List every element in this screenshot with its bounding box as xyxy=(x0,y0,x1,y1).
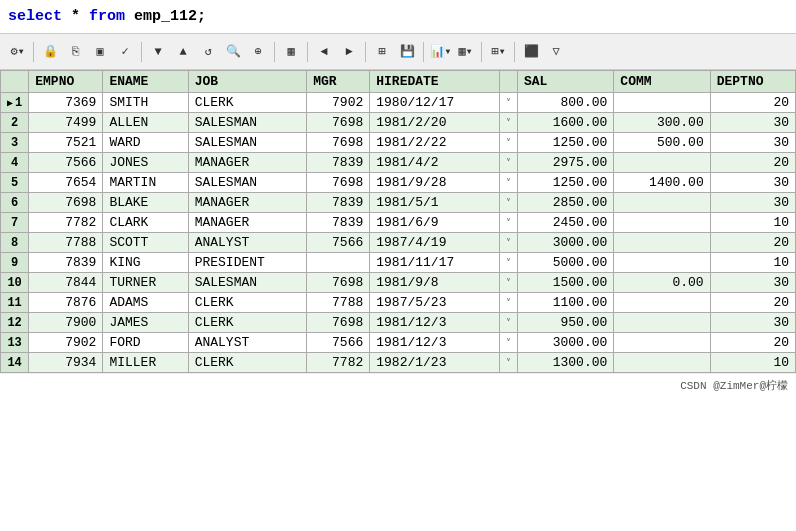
lock-button[interactable]: 🔒 xyxy=(39,41,61,63)
comm-cell: 500.00 xyxy=(614,133,710,153)
table-row[interactable]: 77782CLARKMANAGER78391981/6/9˅2450.0010 xyxy=(1,213,796,233)
ename-cell: WARD xyxy=(103,133,188,153)
deptno-cell: 20 xyxy=(710,293,795,313)
save-button[interactable]: 💾 xyxy=(396,41,418,63)
hiredate-arrow-cell[interactable]: ˅ xyxy=(499,313,517,333)
table-row[interactable]: 47566JONESMANAGER78391981/4/2˅2975.0020 xyxy=(1,153,796,173)
hiredate-arrow-cell[interactable]: ˅ xyxy=(499,333,517,353)
refresh-button[interactable]: ↺ xyxy=(197,41,219,63)
hiredate-arrow-cell[interactable]: ˅ xyxy=(499,93,517,113)
layout-button[interactable]: ⊞ xyxy=(371,41,393,63)
select-button[interactable]: ▣ xyxy=(89,41,111,63)
row-number-cell: 10 xyxy=(1,273,29,293)
deptno-cell: 10 xyxy=(710,353,795,373)
table-row[interactable]: 97839KINGPRESIDENT1981/11/17˅5000.0010 xyxy=(1,253,796,273)
dropdown-arrow-icon: ▼ xyxy=(19,47,24,56)
job-cell: CLERK xyxy=(188,313,307,333)
copy-icon: ⎘ xyxy=(72,45,79,59)
table-row[interactable]: 87788SCOTTANALYST75661987/4/19˅3000.0020 xyxy=(1,233,796,253)
hiredate-cell: 1981/5/1 xyxy=(370,193,500,213)
copy-button[interactable]: ⎘ xyxy=(64,41,86,63)
table-row[interactable]: 17369SMITHCLERK79021980/12/17˅800.0020 xyxy=(1,93,796,113)
hiredate-arrow-cell[interactable]: ˅ xyxy=(499,253,517,273)
table-row[interactable]: 127900JAMESCLERK76981981/12/3˅950.0030 xyxy=(1,313,796,333)
sal-cell: 1250.00 xyxy=(517,173,613,193)
hiredate-arrow-cell[interactable]: ˅ xyxy=(499,233,517,253)
nav-right-button[interactable]: ► xyxy=(338,41,360,63)
job-cell: ANALYST xyxy=(188,233,307,253)
hiredate-arrow-cell[interactable]: ˅ xyxy=(499,193,517,213)
col-header-comm[interactable]: COMM xyxy=(614,71,710,93)
data-table-container: EMPNO ENAME JOB MGR HIREDATE SAL COMM DE… xyxy=(0,70,796,373)
table-row[interactable]: 107844TURNERSALESMAN76981981/9/8˅1500.00… xyxy=(1,273,796,293)
ename-cell: SMITH xyxy=(103,93,188,113)
star-text: * xyxy=(71,8,89,25)
watermark: CSDN @ZimMer@柠檬 xyxy=(0,373,796,397)
empno-cell: 7654 xyxy=(29,173,103,193)
job-cell: CLERK xyxy=(188,93,307,113)
deptno-cell: 10 xyxy=(710,213,795,233)
ename-cell: BLAKE xyxy=(103,193,188,213)
nav-left-button[interactable]: ◄ xyxy=(313,41,335,63)
deptno-cell: 20 xyxy=(710,153,795,173)
grid-dropdown[interactable]: ⊞ ▼ xyxy=(487,41,509,63)
grid-dropdown-arrow-icon: ▼ xyxy=(500,47,505,56)
separator-4 xyxy=(307,42,308,62)
col-header-empno[interactable]: EMPNO xyxy=(29,71,103,93)
empno-cell: 7499 xyxy=(29,113,103,133)
query-bar: select * from emp_112; xyxy=(0,0,796,34)
row-number-cell: 14 xyxy=(1,353,29,373)
col-header-mgr[interactable]: MGR xyxy=(307,71,370,93)
filter-button[interactable]: ▽ xyxy=(545,41,567,63)
table-row[interactable]: 27499ALLENSALESMAN76981981/2/20˅1600.003… xyxy=(1,113,796,133)
hiredate-arrow-cell[interactable]: ˅ xyxy=(499,173,517,193)
mgr-cell: 7698 xyxy=(307,173,370,193)
hiredate-arrow-cell[interactable]: ˅ xyxy=(499,213,517,233)
col-header-ename[interactable]: ENAME xyxy=(103,71,188,93)
export-button[interactable]: ⬛ xyxy=(520,41,542,63)
hiredate-arrow-cell[interactable]: ˅ xyxy=(499,293,517,313)
comm-cell: 300.00 xyxy=(614,113,710,133)
hiredate-arrow-cell[interactable]: ˅ xyxy=(499,273,517,293)
table-row[interactable]: 137902FORDANALYST75661981/12/3˅3000.0020 xyxy=(1,333,796,353)
comm-cell xyxy=(614,293,710,313)
chart-dropdown[interactable]: 📊 ▼ xyxy=(429,41,451,63)
hiredate-arrow-cell[interactable]: ˅ xyxy=(499,113,517,133)
bar-chart-dropdown[interactable]: ▦ ▼ xyxy=(454,41,476,63)
dropdown-icon: ⚙ xyxy=(10,44,17,59)
sal-cell: 1250.00 xyxy=(517,133,613,153)
table-row[interactable]: 37521WARDSALESMAN76981981/2/22˅1250.0050… xyxy=(1,133,796,153)
table-row[interactable]: 57654MARTINSALESMAN76981981/9/28˅1250.00… xyxy=(1,173,796,193)
deptno-cell: 30 xyxy=(710,113,795,133)
hiredate-cell: 1981/12/3 xyxy=(370,313,500,333)
up-button[interactable]: ▲ xyxy=(172,41,194,63)
comm-cell xyxy=(614,213,710,233)
search-button[interactable]: 🔍 xyxy=(222,41,244,63)
hiredate-arrow-cell[interactable]: ˅ xyxy=(499,353,517,373)
up-icon: ▲ xyxy=(179,45,186,59)
empno-cell: 7566 xyxy=(29,153,103,173)
hiredate-cell: 1981/12/3 xyxy=(370,333,500,353)
mgr-cell: 7698 xyxy=(307,113,370,133)
col-header-hiredate[interactable]: HIREDATE xyxy=(370,71,500,93)
ename-cell: TURNER xyxy=(103,273,188,293)
check-button[interactable]: ✓ xyxy=(114,41,136,63)
col-header-job[interactable]: JOB xyxy=(188,71,307,93)
table-row[interactable]: 67698BLAKEMANAGER78391981/5/1˅2850.0030 xyxy=(1,193,796,213)
table-row[interactable]: 117876ADAMSCLERK77881987/5/23˅1100.0020 xyxy=(1,293,796,313)
mgr-cell: 7566 xyxy=(307,233,370,253)
down-button[interactable]: ▼ xyxy=(147,41,169,63)
sal-cell: 3000.00 xyxy=(517,233,613,253)
table-row[interactable]: 147934MILLERCLERK77821982/1/23˅1300.0010 xyxy=(1,353,796,373)
sal-cell: 950.00 xyxy=(517,313,613,333)
table-icon: ▦ xyxy=(287,44,294,59)
hiredate-arrow-cell[interactable]: ˅ xyxy=(499,133,517,153)
col-header-sal[interactable]: SAL xyxy=(517,71,613,93)
find-button[interactable]: ⊕ xyxy=(247,41,269,63)
main-dropdown[interactable]: ⚙ ▼ xyxy=(6,41,28,63)
table-button[interactable]: ▦ xyxy=(280,41,302,63)
deptno-cell: 30 xyxy=(710,193,795,213)
col-header-deptno[interactable]: DEPTNO xyxy=(710,71,795,93)
ename-cell: MILLER xyxy=(103,353,188,373)
hiredate-arrow-cell[interactable]: ˅ xyxy=(499,153,517,173)
